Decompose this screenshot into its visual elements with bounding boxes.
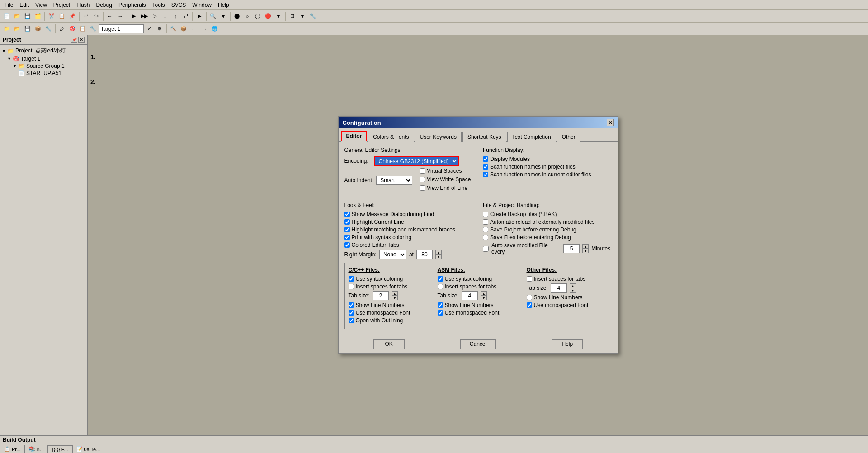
- extra2-btn[interactable]: 🔧: [43, 24, 53, 34]
- cpp-syntax-check[interactable]: [349, 276, 354, 282]
- auto-save-spin-down[interactable]: ▼: [582, 249, 589, 253]
- tab-user-keywords[interactable]: User Keywords: [415, 132, 462, 142]
- asm-tab-input[interactable]: [462, 291, 478, 300]
- btn3[interactable]: ▷: [150, 11, 160, 21]
- save-files-check[interactable]: [483, 235, 488, 240]
- btab-templates[interactable]: 📝 0a Te...: [72, 445, 104, 453]
- save-project-check[interactable]: [483, 227, 488, 232]
- zoom-btn[interactable]: 🔍: [208, 11, 218, 21]
- highlight-braces-check[interactable]: [344, 227, 350, 232]
- open2-btn[interactable]: 📂: [12, 24, 22, 34]
- cpp-line-check[interactable]: [349, 302, 354, 308]
- asm-spaces-check[interactable]: [438, 284, 443, 289]
- build3-btn[interactable]: ←: [189, 24, 199, 34]
- nav-fwd-btn[interactable]: →: [115, 11, 125, 21]
- circ4-btn[interactable]: 🔴: [263, 11, 273, 21]
- grid-drop[interactable]: ▼: [297, 11, 307, 21]
- btn1[interactable]: ▶: [129, 11, 139, 21]
- panel-close[interactable]: ✕: [78, 37, 85, 43]
- tab-colors-fonts[interactable]: Colors & Fonts: [368, 132, 414, 142]
- cpp-monospaced-check[interactable]: [349, 310, 354, 316]
- cpp-tab-up[interactable]: ▲: [392, 291, 398, 296]
- new2-btn[interactable]: 📁: [2, 24, 12, 34]
- asm-tab-up[interactable]: ▲: [481, 291, 487, 296]
- tab-editor[interactable]: Editor: [341, 131, 368, 142]
- asm-line-check[interactable]: [438, 302, 443, 308]
- menu-debug[interactable]: Debug: [94, 1, 115, 9]
- asm-tab-down[interactable]: ▼: [481, 296, 487, 300]
- help-button[interactable]: Help: [552, 339, 583, 349]
- encoding-select[interactable]: Chinese GB2312 (Simplified)UTF-8ASCIIWes…: [374, 156, 459, 166]
- menu-peripherals[interactable]: Peripherals: [116, 1, 149, 9]
- auto-save-minutes-input[interactable]: [563, 244, 580, 253]
- tab-text-completion[interactable]: Text Completion: [507, 132, 556, 142]
- other-tab-down[interactable]: ▼: [570, 288, 576, 293]
- extra5-btn[interactable]: 🔧: [88, 24, 98, 34]
- ok-button[interactable]: OK: [373, 339, 405, 349]
- save2-btn[interactable]: 💾: [23, 24, 33, 34]
- tree-target[interactable]: ▼ 🎯 Target 1: [7, 55, 85, 62]
- build2-btn[interactable]: 📦: [179, 24, 189, 34]
- zoom-drop[interactable]: ▼: [218, 11, 228, 21]
- cpp-spaces-check[interactable]: [349, 284, 354, 289]
- spin-down-btn[interactable]: ▼: [435, 255, 442, 259]
- view-white-space-check[interactable]: [420, 177, 425, 182]
- build4-btn[interactable]: →: [199, 24, 209, 34]
- menu-file[interactable]: File: [2, 1, 16, 9]
- display-modules-check[interactable]: [483, 156, 488, 162]
- right-margin-value[interactable]: [416, 250, 433, 259]
- colored-tabs-check[interactable]: [344, 242, 350, 248]
- build1-btn[interactable]: 🔨: [168, 24, 178, 34]
- extra1-btn[interactable]: 📦: [33, 24, 43, 34]
- btn5[interactable]: ↕: [170, 11, 180, 21]
- scan-project-check[interactable]: [483, 164, 488, 170]
- new-file-btn[interactable]: 📄: [2, 11, 12, 21]
- panel-pin[interactable]: 📌: [71, 37, 77, 43]
- auto-save-check[interactable]: [483, 246, 489, 252]
- menu-edit[interactable]: Edit: [17, 1, 32, 9]
- btn6[interactable]: ⇄: [181, 11, 191, 21]
- cancel-button[interactable]: Cancel: [460, 339, 496, 349]
- run-btn[interactable]: ▶: [194, 11, 204, 21]
- highlight-current-check[interactable]: [344, 219, 350, 225]
- target-chk[interactable]: ✓: [144, 24, 154, 34]
- asm-monospaced-check[interactable]: [438, 310, 443, 316]
- grid-btn[interactable]: ⊞: [287, 11, 297, 21]
- undo-btn[interactable]: ↩: [81, 11, 91, 21]
- tab-other[interactable]: Other: [557, 132, 580, 142]
- btab-functions[interactable]: {} {} F...: [48, 445, 72, 453]
- target-cfg[interactable]: ⚙: [155, 24, 165, 34]
- btn4[interactable]: ↕: [160, 11, 170, 21]
- circ-btn[interactable]: ⬤: [232, 11, 242, 21]
- copy-btn[interactable]: 📋: [57, 11, 67, 21]
- menu-flash[interactable]: Flash: [74, 1, 92, 9]
- view-end-of-line-check[interactable]: [420, 185, 425, 191]
- right-margin-select[interactable]: NoneColumn 80Column 100: [379, 250, 406, 259]
- auto-reload-check[interactable]: [483, 219, 488, 225]
- tab-shortcut-keys[interactable]: Shortcut Keys: [462, 132, 506, 142]
- menu-window[interactable]: Window: [189, 1, 214, 9]
- save-all-btn[interactable]: 🗂️: [33, 11, 43, 21]
- redo-btn[interactable]: ↪: [91, 11, 101, 21]
- nav-back-btn[interactable]: ←: [105, 11, 115, 21]
- create-backup-check[interactable]: [483, 212, 488, 217]
- tools-btn[interactable]: 🔧: [308, 11, 318, 21]
- tree-file[interactable]: 📄 STARTUP.A51: [18, 70, 85, 77]
- other-tab-up[interactable]: ▲: [570, 283, 576, 288]
- menu-view[interactable]: View: [33, 1, 50, 9]
- btab-books[interactable]: 📚 B...: [25, 445, 48, 453]
- open-btn[interactable]: 📂: [12, 11, 22, 21]
- cut-btn[interactable]: ✂️: [47, 11, 57, 21]
- btn2[interactable]: ▶▶: [139, 11, 149, 21]
- scan-current-check[interactable]: [483, 172, 488, 177]
- other-monospaced-check[interactable]: [527, 302, 532, 308]
- other-spaces-check[interactable]: [527, 276, 532, 282]
- asm-syntax-check[interactable]: [438, 276, 443, 282]
- other-line-check[interactable]: [527, 295, 532, 300]
- build5-btn[interactable]: 🌐: [210, 24, 220, 34]
- show-message-check[interactable]: [344, 212, 350, 217]
- spin-up-btn[interactable]: ▲: [435, 250, 442, 255]
- cpp-tab-input[interactable]: [373, 291, 389, 300]
- tree-source-group[interactable]: ▼ 📂 Source Group 1: [13, 62, 85, 70]
- paste-btn[interactable]: 📌: [67, 11, 77, 21]
